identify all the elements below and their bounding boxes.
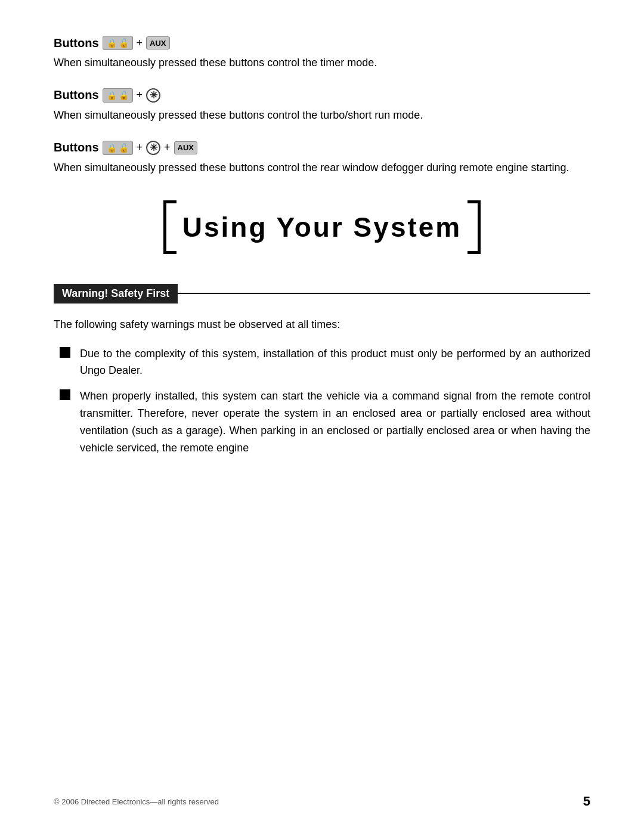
asterisk-icon-2: ✳ [146,88,160,103]
bracket-right-icon [467,200,481,254]
page-number: 5 [583,794,590,809]
bullet-square-2 [60,389,70,400]
bracket-left-icon [163,200,177,254]
lock-icon-2b: 🔓 [119,91,129,100]
section-title: Using Your System [182,211,462,243]
section1-body: When simultaneously pressed these button… [54,55,590,72]
section2-body: When simultaneously pressed these button… [54,107,590,124]
warning-intro: The following safety warnings must be ob… [54,317,590,333]
section3-body: When simultaneously pressed these button… [54,160,590,176]
section2-heading-text: Buttons [54,88,99,102]
section3-heading: Buttons 🔒 🔓 + ✳ + AUX [54,141,590,155]
section-1: Buttons 🔒 🔓 + AUX When simultaneously pr… [54,36,590,72]
section3-heading-text: Buttons [54,141,99,154]
plus-sign-1: + [137,37,143,49]
lock-pair-icon-3: 🔒 🔓 [103,141,133,155]
warning-header-wrapper: Warning! Safety First [54,284,590,304]
page-footer: © 2006 Directed Electronics—all rights r… [54,794,590,809]
lock-pair-icon-1: 🔒 🔓 [103,36,133,50]
warning-line-divider [178,293,590,294]
asterisk-icon-3: ✳ [146,141,160,155]
aux-button-1: AUX [146,36,169,49]
section-3: Buttons 🔒 🔓 + ✳ + AUX When simultaneousl… [54,141,590,176]
lock-icon-3a: 🔒 [107,144,117,152]
bullet-text-2: When properly installed, this system can… [80,388,590,456]
bullet-list: Due to the complexity of this system, in… [60,345,590,457]
plus-sign-3b: + [164,141,171,154]
section-title-wrapper: Using Your System [54,200,590,254]
bullet-item-2: When properly installed, this system can… [60,388,590,456]
lock-icon-1b: 🔓 [119,39,129,47]
lock-icon-3b: 🔓 [119,144,129,152]
section1-heading-text: Buttons [54,36,99,50]
plus-sign-2: + [137,89,143,101]
page: Buttons 🔒 🔓 + AUX When simultaneously pr… [0,0,644,833]
plus-sign-3a: + [137,141,143,154]
bullet-text-1: Due to the complexity of this system, in… [80,345,590,380]
lock-pair-icon-2: 🔒 🔓 [103,88,133,103]
footer-copyright: © 2006 Directed Electronics—all rights r… [54,797,219,806]
lock-icon-1a: 🔒 [107,39,117,47]
aux-button-3: AUX [174,141,197,154]
bullet-square-1 [60,347,70,358]
warning-header-label: Warning! Safety First [54,284,178,304]
section-2: Buttons 🔒 🔓 + ✳ When simultaneously pres… [54,88,590,124]
section2-heading: Buttons 🔒 🔓 + ✳ [54,88,590,103]
lock-icon-2a: 🔒 [107,91,117,100]
section1-heading: Buttons 🔒 🔓 + AUX [54,36,590,50]
bullet-item-1: Due to the complexity of this system, in… [60,345,590,380]
